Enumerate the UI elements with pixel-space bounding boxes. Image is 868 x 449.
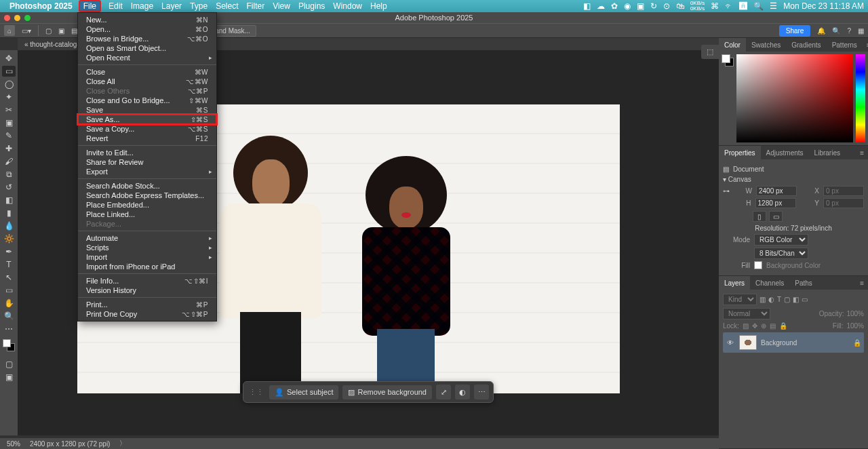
orient-landscape-icon[interactable]: ▭ — [769, 211, 783, 222]
healing-tool[interactable]: ✚ — [2, 143, 16, 154]
menu-item-revert[interactable]: RevertF12 — [78, 134, 216, 143]
color-swatch[interactable] — [722, 54, 734, 66]
hue-slider[interactable] — [856, 54, 865, 142]
menu-item-close-and-go-to-bridge[interactable]: Close and Go to Bridge...⇧⌘W — [78, 96, 216, 105]
more-tools[interactable]: ⋯ — [2, 324, 16, 334]
tray-icon[interactable]: ⊙ — [663, 1, 670, 11]
menu-item-new[interactable]: New...⌘N — [78, 15, 216, 24]
shape-tool[interactable]: ▭ — [2, 285, 16, 296]
gradient-tool[interactable]: ▮ — [2, 208, 16, 218]
menu-item-place-embedded[interactable]: Place Embedded... — [78, 200, 216, 210]
filter-icon[interactable]: ◐ — [768, 296, 774, 303]
dodge-tool[interactable]: 🔆 — [2, 233, 16, 244]
selection-tool[interactable]: ✦ — [2, 92, 16, 102]
menu-item-file-info[interactable]: File Info...⌥⇧⌘I — [78, 276, 216, 286]
tab-patterns[interactable]: Patterns — [827, 38, 863, 52]
color-swatch[interactable] — [3, 339, 15, 351]
zoom-tool[interactable]: 🔍 — [2, 311, 16, 321]
menu-file[interactable]: File — [79, 1, 100, 12]
x-input[interactable] — [823, 186, 864, 196]
menu-item-save-a-copy[interactable]: Save a Copy...⌥⌘S — [78, 124, 216, 134]
clock[interactable]: Mon Dec 23 11:18 AM — [783, 1, 864, 11]
workspace-icon[interactable]: ▦ — [858, 27, 864, 35]
fill-value[interactable]: 100% — [846, 322, 864, 330]
control-center-icon[interactable]: ☰ — [770, 1, 777, 11]
tray-icon[interactable]: ✿ — [611, 1, 618, 11]
brush-tool[interactable]: 🖌 — [2, 156, 16, 167]
zoom-level[interactable]: 50% — [7, 440, 20, 448]
filter-icon[interactable]: ▥ — [760, 296, 766, 303]
panel-icon[interactable]: ⬚ — [707, 47, 713, 56]
crop-tool[interactable]: ✂ — [2, 104, 16, 115]
tab-paths[interactable]: Paths — [789, 276, 818, 290]
history-brush-tool[interactable]: ↺ — [2, 182, 16, 193]
lock-icon[interactable]: 🔒 — [779, 322, 787, 330]
adjust-icon[interactable]: ◐ — [455, 385, 470, 399]
more-icon[interactable]: ⋯ — [474, 385, 489, 399]
canvas-section[interactable]: ▾ Canvas — [723, 176, 864, 183]
menu-select[interactable]: Select — [216, 1, 238, 11]
notifications-icon[interactable]: 🔔 — [817, 27, 825, 35]
selection-mode-icon[interactable]: ▤ — [71, 27, 77, 35]
document-info[interactable]: 2400 px x 1280 px (72 ppi) — [30, 440, 110, 448]
menu-item-save-as[interactable]: Save As...⇧⌘S — [78, 115, 216, 124]
visibility-icon[interactable]: 👁 — [726, 339, 735, 347]
quick-mask-icon[interactable]: ▢ — [2, 359, 16, 370]
menu-item-open-recent[interactable]: Open Recent — [78, 53, 216, 62]
eyedropper-tool[interactable]: ✎ — [2, 130, 16, 141]
eraser-tool[interactable]: ◧ — [2, 195, 16, 206]
close-icon[interactable] — [4, 15, 10, 21]
contextual-task-bar[interactable]: ⋮⋮ 👤 Select subject ▨ Remove background … — [243, 381, 494, 403]
menu-item-version-history[interactable]: Version History — [78, 286, 216, 295]
selection-mode-icon[interactable]: ▢ — [45, 27, 52, 35]
marquee-tool[interactable]: ▭ — [2, 66, 16, 77]
transform-icon[interactable]: ⤢ — [436, 385, 451, 399]
tray-icon[interactable]: ☁ — [597, 1, 605, 11]
tab-channels[interactable]: Channels — [750, 276, 789, 290]
spotlight-icon[interactable]: 🔍 — [753, 1, 764, 11]
orient-portrait-icon[interactable]: ▯ — [753, 211, 766, 222]
tab-gradients[interactable]: Gradients — [786, 38, 826, 52]
tray-icon[interactable]: ◉ — [624, 1, 631, 11]
minimize-icon[interactable] — [14, 15, 20, 21]
wifi-icon[interactable]: ᯤ — [725, 1, 733, 11]
filter-toggle[interactable]: ▭ — [802, 296, 808, 303]
menu-item-open-as-smart-object[interactable]: Open as Smart Object... — [78, 43, 216, 53]
hand-tool[interactable]: ✋ — [2, 298, 16, 309]
layer-name[interactable]: Background — [761, 339, 797, 347]
select-subject-button[interactable]: 👤 Select subject — [269, 385, 338, 399]
tab-color[interactable]: Color — [719, 38, 746, 52]
chevron-right-icon[interactable]: 〉 — [119, 439, 126, 448]
menu-help[interactable]: Help — [370, 1, 387, 11]
zoom-icon[interactable] — [24, 15, 31, 21]
menu-item-search-adobe-stock[interactable]: Search Adobe Stock... — [78, 181, 216, 191]
menu-edit[interactable]: Edit — [108, 1, 123, 11]
tab-adjustments[interactable]: Adjustments — [761, 146, 809, 159]
menu-item-browse-in-bridge[interactable]: Browse in Bridge...⌥⌘O — [78, 34, 216, 43]
help-icon[interactable]: ? — [847, 27, 851, 35]
type-tool[interactable]: T — [2, 259, 16, 270]
layer-background[interactable]: 👁 Background 🔒 — [723, 332, 864, 353]
document-tab[interactable]: thought-catalog- — [30, 41, 79, 48]
fill-swatch[interactable] — [754, 261, 762, 269]
menu-item-close-all[interactable]: Close All⌥⌘W — [78, 77, 216, 86]
panel-menu-icon[interactable]: ≡ — [856, 279, 868, 287]
chevron-left-icon[interactable]: « — [24, 41, 28, 48]
share-button[interactable]: Share — [779, 25, 811, 37]
remove-background-button[interactable]: ▨ Remove background — [342, 385, 432, 399]
color-field[interactable] — [736, 54, 853, 142]
panel-menu-icon[interactable]: ≡ — [863, 41, 868, 49]
menu-type[interactable]: Type — [190, 1, 208, 11]
menu-item-share-for-review[interactable]: Share for Review — [78, 157, 216, 167]
tab-layers[interactable]: Layers — [719, 276, 750, 290]
mode-select[interactable]: RGB Color — [754, 234, 808, 246]
screen-mode-icon[interactable]: ▣ — [2, 372, 16, 383]
menu-item-close[interactable]: Close⌘W — [78, 67, 216, 77]
stamp-tool[interactable]: ⧉ — [2, 169, 16, 180]
menu-plugins[interactable]: Plugins — [298, 1, 325, 11]
tray-icon[interactable]: 0KB/s0KB/s — [690, 1, 705, 12]
filter-icon[interactable]: T — [777, 296, 781, 303]
menu-layer[interactable]: Layer — [161, 1, 182, 11]
selection-mode-icon[interactable]: ▣ — [58, 27, 64, 35]
tab-libraries[interactable]: Libraries — [809, 146, 846, 159]
